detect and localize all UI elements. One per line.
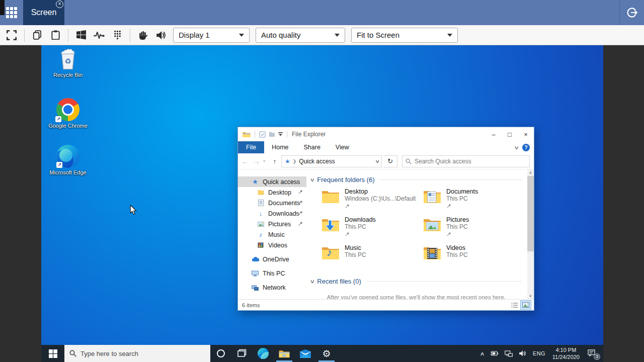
qat-separator (255, 131, 255, 138)
start-button[interactable] (41, 345, 64, 362)
menu-view[interactable]: View (328, 141, 357, 153)
fullscreen-button[interactable] (3, 27, 20, 43)
forward-button[interactable]: → (252, 157, 262, 165)
close-tab-icon[interactable]: × (56, 1, 63, 8)
menu-home[interactable]: Home (264, 141, 296, 153)
network-icon (251, 285, 259, 291)
folder-tile-music[interactable]: ♪ Music This PC (321, 244, 423, 272)
explorer-titlebar[interactable]: File Explorer – □ × (238, 127, 534, 141)
action-center-button[interactable]: 3 (584, 345, 603, 362)
sidebar-item-desktop[interactable]: Desktop (238, 187, 306, 198)
notification-badge: 3 (594, 353, 600, 360)
sidebar-item-onedrive[interactable]: OneDrive (238, 254, 306, 264)
breadcrumb-location[interactable]: Quick access (299, 158, 335, 165)
folder-gray-icon (269, 131, 275, 137)
frequent-folders-header[interactable]: ∨ Frequent folders (6) (310, 174, 522, 185)
network-button[interactable] (502, 345, 516, 362)
folder-tile-videos[interactable]: Videos This PC (423, 244, 525, 272)
cortana-button[interactable] (210, 345, 231, 362)
explorer-search-input[interactable] (415, 158, 526, 165)
performance-button[interactable] (91, 27, 108, 43)
sidebar-item-documents[interactable]: Documents (238, 198, 306, 208)
details-view-button[interactable] (510, 301, 520, 309)
chrome-icon: ↗ (56, 98, 79, 121)
remote-desktop[interactable]: ♻ Recycle Bin ↗ Google Chrome ↗ Microsof… (41, 45, 603, 362)
viewer-tab-bar: Screen × (0, 0, 644, 25)
menu-share[interactable]: Share (296, 141, 328, 153)
expand-ribbon-icon[interactable]: ∨ (513, 145, 519, 150)
volume-button[interactable] (516, 345, 530, 362)
screen-tab[interactable]: Screen × (23, 0, 64, 25)
copy-button[interactable] (29, 27, 46, 43)
paste-button[interactable] (47, 27, 64, 43)
refresh-button[interactable]: ↻ (383, 155, 397, 167)
address-dropdown-icon[interactable]: ∨ (375, 159, 380, 164)
power-status-button[interactable] (487, 345, 502, 362)
picture-icon (257, 222, 265, 227)
taskbar-search[interactable] (64, 345, 210, 362)
tray-overflow-chevron-icon[interactable]: ∧ (475, 345, 489, 362)
scrollbar[interactable]: ∧ ∨ (527, 169, 534, 299)
help-icon[interactable]: ? (522, 144, 530, 151)
scroll-down-icon[interactable]: ∨ (529, 293, 532, 299)
sidebar-item-quick-access[interactable]: ★ Quick access (238, 176, 306, 187)
gesture-button[interactable] (134, 27, 151, 43)
scrollbar-thumb[interactable] (527, 176, 534, 251)
desktop-icon-recycle-bin[interactable]: ♻ Recycle Bin (48, 48, 88, 79)
minimize-button[interactable]: – (486, 127, 502, 141)
send-windows-key-button[interactable] (72, 27, 90, 43)
qat-properties-button[interactable] (259, 131, 266, 138)
folder-tile-pictures[interactable]: Pictures This PC (423, 216, 525, 244)
sidebar-item-pictures[interactable]: Pictures (238, 219, 306, 229)
close-button[interactable]: × (518, 127, 534, 141)
dialpad-button[interactable] (109, 27, 126, 43)
sidebar-item-network[interactable]: Network (238, 282, 306, 293)
maximize-button[interactable]: □ (502, 127, 518, 141)
task-view-button[interactable] (231, 345, 253, 362)
language-indicator[interactable]: ENG (530, 345, 548, 362)
sidebar-item-downloads[interactable]: ↓ Downloads (238, 208, 306, 219)
display-select-value: Display 1 (179, 31, 233, 39)
qat-new-folder-button[interactable] (269, 131, 275, 137)
taskbar-search-input[interactable] (80, 350, 205, 357)
chevron-down-icon (447, 34, 452, 37)
gear-icon: ⚙ (322, 348, 331, 359)
disconnect-button[interactable] (620, 0, 644, 25)
explorer-app-icon (243, 131, 251, 138)
explorer-search[interactable] (402, 155, 530, 167)
thumbnail-view-button[interactable] (521, 301, 531, 309)
menu-file[interactable]: File (238, 141, 264, 153)
item-count: 6 items (242, 302, 260, 308)
sidebar-item-this-pc[interactable]: This PC (238, 268, 306, 279)
taskbar-file-explorer-button[interactable] (274, 345, 295, 362)
recent-locations-icon[interactable]: ▾ (263, 159, 268, 163)
folder-tile-documents[interactable]: Documents This PC (423, 188, 525, 216)
desktop-icon-google-chrome[interactable]: ↗ Google Chrome (48, 98, 88, 130)
section-title: Frequent folders (6) (317, 176, 374, 184)
qat-customize-button[interactable] (278, 132, 283, 137)
edge-icon (258, 348, 269, 359)
address-bar[interactable]: ★ ❯ Quick access ∨ (281, 155, 382, 167)
sidebar-item-music[interactable]: ♪ Music (238, 229, 306, 240)
scroll-up-icon[interactable]: ∧ (529, 169, 532, 176)
checkbox-icon (259, 131, 266, 138)
download-arrow-overlay-icon (325, 220, 335, 231)
taskbar-settings-button[interactable]: ⚙ (316, 345, 337, 362)
onedrive-cloud-icon (251, 257, 259, 262)
desktop-icon-microsoft-edge[interactable]: ↗ Microsoft Edge (48, 145, 88, 176)
folder-tile-downloads[interactable]: Downloads This PC (321, 216, 423, 244)
back-button[interactable]: ← (240, 157, 250, 165)
quality-select[interactable]: Auto quality (256, 28, 345, 43)
up-button[interactable]: ↑ (270, 157, 280, 165)
recent-files-header[interactable]: ∨ Recent files (0) (310, 276, 522, 286)
display-select[interactable]: Display 1 (173, 28, 250, 43)
zoom-select[interactable]: Fit to Screen (351, 28, 458, 43)
breadcrumb-chevron-icon: ❯ (293, 159, 297, 164)
screen-tab-label: Screen (31, 8, 57, 17)
folder-tile-desktop[interactable]: Desktop Windows (C:)\Us...\Default (321, 188, 423, 216)
taskbar-mail-button[interactable] (295, 345, 316, 362)
sound-button[interactable] (152, 27, 170, 43)
clock[interactable]: 4:10 PM 11/24/2020 (548, 345, 584, 362)
sidebar-item-videos[interactable]: Videos (238, 240, 306, 250)
taskbar-edge-button[interactable] (253, 345, 274, 362)
